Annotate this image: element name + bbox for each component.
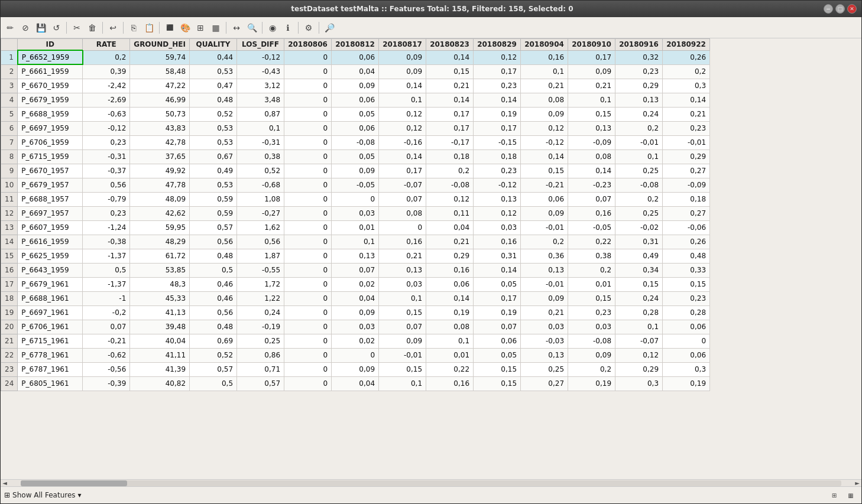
d0922-cell[interactable]: -0,06: [663, 220, 710, 235]
ground_hei-cell[interactable]: 42,78: [130, 135, 190, 149]
ground_hei-cell[interactable]: 41,13: [130, 305, 190, 320]
ground_hei-cell[interactable]: 42,62: [130, 206, 190, 220]
ground_hei-cell[interactable]: 59,74: [130, 50, 190, 64]
d0916-cell[interactable]: 0,1: [615, 320, 663, 334]
d0829-cell[interactable]: 0,17: [474, 121, 521, 135]
d0823-cell[interactable]: 0,01: [426, 348, 474, 362]
id-cell[interactable]: P_6697_1959: [18, 121, 83, 135]
d0806-cell[interactable]: 0: [284, 50, 332, 64]
d0817-cell[interactable]: 0,07: [379, 320, 426, 334]
table-row[interactable]: 7P_6706_19590,2342,780,53-0,310-0,08-0,1…: [1, 135, 710, 149]
table-row[interactable]: 21P_6715_1961-0,2140,040,690,2500,020,09…: [1, 334, 710, 348]
zoom-in-icon[interactable]: 🔍: [245, 21, 259, 35]
d0910-cell[interactable]: 0,16: [568, 206, 615, 220]
d0829-cell[interactable]: 0,15: [474, 376, 521, 391]
d0922-cell[interactable]: 0,26: [663, 235, 710, 249]
d0910-cell[interactable]: 0,01: [568, 277, 615, 291]
d0806-cell[interactable]: 0: [284, 135, 332, 149]
d0916-cell[interactable]: 0,1: [615, 149, 663, 164]
d0904-cell[interactable]: 0,36: [521, 249, 568, 263]
quality-cell[interactable]: 0,52: [190, 348, 237, 362]
quality-cell[interactable]: 0,53: [190, 178, 237, 192]
advanced-filter-icon[interactable]: ▦: [209, 21, 223, 35]
rate-cell[interactable]: -1: [83, 291, 130, 305]
d0904-cell[interactable]: -0,12: [521, 135, 568, 149]
d0823-cell[interactable]: 0,19: [426, 305, 474, 320]
quality-cell[interactable]: 0,52: [190, 107, 237, 121]
d0823-cell[interactable]: 0,2: [426, 164, 474, 178]
rate-cell[interactable]: -0,38: [83, 235, 130, 249]
d0817-cell[interactable]: 0,09: [379, 64, 426, 79]
d0817-cell[interactable]: 0,12: [379, 107, 426, 121]
los_diff-cell[interactable]: -0,68: [237, 178, 284, 192]
d0829-cell[interactable]: 0,18: [474, 149, 521, 164]
d0806-cell[interactable]: 0: [284, 192, 332, 206]
d0829-cell[interactable]: 0,14: [474, 93, 521, 107]
id-cell[interactable]: P_6697_1961: [18, 305, 83, 320]
d0904-cell[interactable]: 0,21: [521, 79, 568, 93]
table-row[interactable]: 23P_6787_1961-0,5641,390,570,7100,090,15…: [1, 362, 710, 376]
quality-cell[interactable]: 0,67: [190, 149, 237, 164]
d0916-cell[interactable]: 0,49: [615, 249, 663, 263]
quality-cell[interactable]: 0,53: [190, 64, 237, 79]
d0812-cell[interactable]: 0,09: [332, 362, 379, 376]
table-row[interactable]: 9P_6670_1957-0,3749,920,490,5200,090,170…: [1, 164, 710, 178]
los_diff-cell[interactable]: 1,62: [237, 220, 284, 235]
id-cell[interactable]: P_6787_1961: [18, 362, 83, 376]
undo-icon[interactable]: ↩: [106, 21, 120, 35]
table-row[interactable]: 17P_6679_1961-1,3748,30,461,7200,020,030…: [1, 277, 710, 291]
move-icon[interactable]: ↔: [229, 21, 244, 35]
rate-cell[interactable]: -1,24: [83, 220, 130, 235]
d0922-cell[interactable]: -0,09: [663, 178, 710, 192]
d0910-cell[interactable]: -0,09: [568, 135, 615, 149]
horizontal-scrollbar[interactable]: ◄ ►: [1, 479, 861, 486]
paste-icon[interactable]: 📋: [142, 21, 156, 35]
rate-cell[interactable]: 0,07: [83, 320, 130, 334]
d0910-cell[interactable]: 0,2: [568, 263, 615, 277]
col-header-20180806[interactable]: 20180806: [284, 39, 332, 51]
d0910-cell[interactable]: 0,2: [568, 362, 615, 376]
d0910-cell[interactable]: 0,03: [568, 320, 615, 334]
d0910-cell[interactable]: 0,09: [568, 64, 615, 79]
col-header-20180823[interactable]: 20180823: [426, 39, 474, 51]
ground_hei-cell[interactable]: 47,78: [130, 178, 190, 192]
save-icon[interactable]: 💾: [34, 21, 48, 35]
d0910-cell[interactable]: 0,09: [568, 348, 615, 362]
table-view-icon[interactable]: ⊞: [827, 488, 841, 502]
d0823-cell[interactable]: 0,21: [426, 79, 474, 93]
d0817-cell[interactable]: 0,09: [379, 50, 426, 64]
maximize-button[interactable]: □: [835, 4, 845, 14]
table-row[interactable]: 1P_6652_19590,259,740,44-0,1200,060,090,…: [1, 50, 710, 64]
los_diff-cell[interactable]: 1,72: [237, 277, 284, 291]
id-cell[interactable]: P_6616_1959: [18, 235, 83, 249]
d0829-cell[interactable]: 0,07: [474, 320, 521, 334]
d0916-cell[interactable]: 0,25: [615, 206, 663, 220]
ground_hei-cell[interactable]: 41,39: [130, 362, 190, 376]
d0910-cell[interactable]: 0,38: [568, 249, 615, 263]
d0922-cell[interactable]: 0,21: [663, 107, 710, 121]
d0817-cell[interactable]: 0,08: [379, 206, 426, 220]
d0812-cell[interactable]: 0,02: [332, 277, 379, 291]
d0904-cell[interactable]: -0,01: [521, 277, 568, 291]
rate-cell[interactable]: -0,31: [83, 149, 130, 164]
los_diff-cell[interactable]: -0,43: [237, 64, 284, 79]
id-cell[interactable]: P_6688_1957: [18, 192, 83, 206]
d0910-cell[interactable]: 0,22: [568, 235, 615, 249]
d0916-cell[interactable]: -0,02: [615, 220, 663, 235]
d0904-cell[interactable]: 0,08: [521, 93, 568, 107]
table-row[interactable]: 24P_6805_1961-0,3940,820,50,5700,040,10,…: [1, 376, 710, 391]
d0910-cell[interactable]: 0,19: [568, 376, 615, 391]
d0806-cell[interactable]: 0: [284, 362, 332, 376]
los_diff-cell[interactable]: 0,1: [237, 121, 284, 135]
d0806-cell[interactable]: 0: [284, 107, 332, 121]
d0823-cell[interactable]: 0,16: [426, 263, 474, 277]
d0829-cell[interactable]: 0,16: [474, 235, 521, 249]
d0910-cell[interactable]: 0,14: [568, 164, 615, 178]
d0904-cell[interactable]: -0,01: [521, 220, 568, 235]
quality-cell[interactable]: 0,48: [190, 249, 237, 263]
los_diff-cell[interactable]: 1,08: [237, 192, 284, 206]
quality-cell[interactable]: 0,53: [190, 135, 237, 149]
id-cell[interactable]: P_6652_1959: [18, 50, 83, 64]
d0812-cell[interactable]: 0,03: [332, 320, 379, 334]
d0812-cell[interactable]: 0,09: [332, 164, 379, 178]
